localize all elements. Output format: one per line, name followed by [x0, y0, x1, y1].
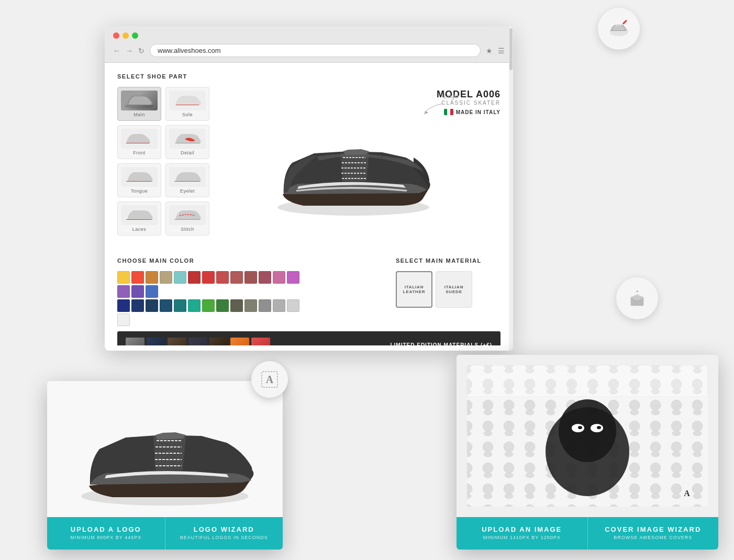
shoe-thumb-stitch-img [169, 205, 206, 225]
material-suede-label: ITALIANSUEDE [444, 285, 464, 294]
upload-image-label: UPLOAD AN IMAGE [462, 525, 582, 533]
limited-edition-text: LIMITED EDITION MATERIALS (+€) [390, 342, 492, 346]
color-swatch-dusty-rose[interactable] [244, 271, 257, 284]
refresh-button[interactable]: ↻ [138, 47, 144, 55]
color-grid-row2 [117, 299, 311, 326]
shoe-part-main[interactable]: Main [117, 87, 161, 121]
cover-wizard-sub: BROWSE AWESOME COVERS [593, 535, 714, 545]
color-swatch-blue[interactable] [146, 285, 158, 298]
color-swatch-dark-navy[interactable] [131, 299, 144, 312]
logo-card-image [47, 381, 283, 517]
shoe-parts-grid: Main Sole [117, 87, 201, 236]
shoe-part-front-label: Front [121, 150, 158, 155]
color-swatch-violet[interactable] [131, 285, 144, 298]
upload-logo-button[interactable]: UPLOAD A LOGO MINIMUM 800PX BY 445PX [47, 517, 165, 550]
color-swatch-mauve[interactable] [230, 271, 243, 284]
color-swatch-magenta[interactable] [287, 271, 299, 284]
color-swatch-crimson[interactable] [202, 271, 215, 284]
svg-marker-12 [424, 111, 428, 114]
cover-card-svg: A [457, 355, 718, 517]
dot-close[interactable] [113, 32, 119, 39]
color-swatch-darkred[interactable] [188, 271, 201, 284]
shoe-part-front[interactable]: Front [117, 125, 161, 159]
shoe-icon [607, 17, 630, 40]
color-material-row: CHOOSE MAIN COLOR [117, 257, 501, 326]
cover-wizard-label: COVER IMAGE WIZARD [593, 525, 714, 533]
color-swatch-purple[interactable] [117, 285, 130, 298]
limited-edition-bar[interactable]: LIMITED EDITION MATERIALS (+€) [117, 331, 501, 345]
select-part-section: SELECT SHOE PART [117, 73, 501, 249]
shoe-part-eyelet-label: Eyelet [169, 188, 206, 194]
logo-wizard-button[interactable]: LOGO WIZARD BEAUTIFUL LOGOS IN SECONDS [165, 517, 283, 550]
scrollbar[interactable] [509, 63, 513, 345]
texture-swatch-3 [168, 338, 186, 345]
forward-button[interactable]: → [126, 47, 133, 55]
color-swatch-white[interactable] [117, 313, 130, 326]
box-icon-badge [616, 277, 658, 319]
material-section-title: SELECT MAIN MATERIAL [396, 257, 501, 264]
svg-text:A: A [684, 489, 690, 498]
color-swatch-light-gray[interactable] [273, 299, 285, 312]
menu-button[interactable]: ☰ [498, 47, 505, 55]
shoe-main-svg [257, 105, 445, 220]
texture-swatch-6 [230, 338, 249, 345]
color-swatch-brown[interactable] [146, 271, 158, 284]
svg-point-35 [578, 426, 582, 429]
texture-swatch-5 [209, 338, 228, 345]
color-swatch-burgundy[interactable] [259, 271, 271, 284]
svg-point-34 [591, 424, 603, 432]
dot-minimize[interactable] [123, 32, 129, 39]
logo-arrow [422, 103, 448, 118]
color-swatch-tan[interactable] [160, 271, 172, 284]
upload-logo-label: UPLOAD A LOGO [52, 525, 160, 533]
color-swatch-midnight[interactable] [146, 299, 158, 312]
svg-rect-4 [622, 20, 627, 25]
logo-annotation: Logo [443, 92, 459, 100]
svg-rect-1 [616, 25, 617, 26]
color-swatch-khaki[interactable] [244, 299, 257, 312]
svg-point-32 [559, 399, 616, 462]
texture-swatch-4 [188, 338, 207, 345]
shoe-thumb-front-img [121, 129, 158, 149]
dot-maximize[interactable] [132, 32, 138, 39]
cover-card-image: A [457, 355, 718, 517]
shoe-thumb-sole-img [169, 91, 206, 110]
back-button[interactable]: ← [113, 47, 120, 55]
color-swatch-red[interactable] [131, 271, 144, 284]
cover-wizard-button[interactable]: COVER IMAGE WIZARD BROWSE AWESOME COVERS [587, 517, 719, 550]
color-swatch-emerald[interactable] [188, 299, 201, 312]
shoe-part-detail-label: Detail [169, 150, 206, 155]
svg-point-33 [572, 424, 584, 432]
color-swatch-silver[interactable] [287, 299, 299, 312]
shoe-part-tongue[interactable]: Tongue [117, 163, 161, 197]
color-swatch-yellow[interactable] [117, 271, 130, 284]
address-bar[interactable]: www.aliveshoes.com [150, 44, 481, 57]
svg-text:A: A [266, 374, 274, 385]
shoe-part-tongue-label: Tongue [121, 188, 158, 194]
svg-marker-10 [636, 290, 638, 293]
bookmark-button[interactable]: ★ [486, 47, 493, 55]
browser-dots [113, 32, 505, 39]
color-swatch-dark-green[interactable] [216, 299, 229, 312]
color-swatch-teal[interactable] [174, 299, 186, 312]
color-section: CHOOSE MAIN COLOR [117, 257, 385, 326]
color-swatch-rose[interactable] [216, 271, 229, 284]
browser-content: SELECT SHOE PART [105, 63, 513, 345]
color-swatch-pink[interactable] [273, 271, 285, 284]
color-swatch-gray[interactable] [259, 299, 271, 312]
color-swatch-teal-light[interactable] [174, 271, 186, 284]
color-swatch-olive[interactable] [230, 299, 243, 312]
shoe-part-laces-label: Laces [121, 227, 158, 232]
logo-wizard-icon: A [259, 369, 280, 390]
logo-card-shoe-svg [60, 386, 270, 512]
material-suede[interactable]: ITALIANSUEDE [436, 271, 472, 308]
color-swatch-navy[interactable] [117, 299, 130, 312]
upload-image-button[interactable]: UPLOAD AN IMAGE MINIMUM 1410PX BY 1200PX [457, 517, 587, 550]
shoe-part-laces[interactable]: Laces [117, 201, 161, 236]
svg-rect-3 [620, 24, 621, 26]
color-swatch-green[interactable] [202, 299, 215, 312]
material-leather[interactable]: ITALIANLEATHER [396, 271, 432, 308]
logo-card-buttons: UPLOAD A LOGO MINIMUM 800PX BY 445PX LOG… [47, 517, 283, 550]
shoe-thumb-tongue-img [121, 167, 158, 187]
color-swatch-ocean[interactable] [160, 299, 172, 312]
